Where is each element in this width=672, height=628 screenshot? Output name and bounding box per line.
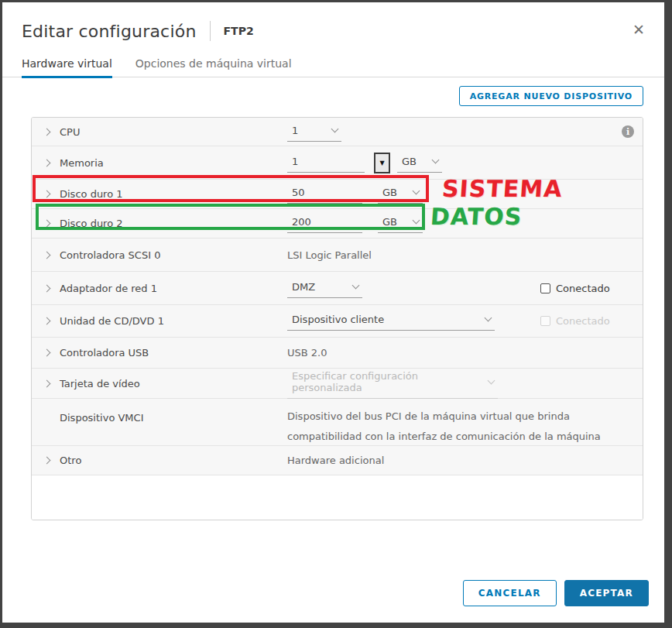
other-hardware-value: Hardware adicional — [287, 455, 384, 466]
dialog-footer: CANCELAR ACEPTAR — [463, 580, 649, 606]
cpu-count-select[interactable]: 1 — [287, 122, 341, 142]
connected-label-disabled: Conectado — [556, 315, 610, 327]
vm-name: FTP2 — [224, 25, 254, 37]
row-hard-disk-1: Disco duro 1 50 GB — [32, 180, 643, 209]
row-label: Disco duro 2 — [60, 218, 123, 229]
expand-chevron-icon[interactable] — [43, 379, 51, 387]
expand-chevron-icon[interactable] — [43, 251, 51, 259]
row-video-card: Tarjeta de vídeo Especificar configuraci… — [32, 369, 643, 399]
connected-checkbox-disabled — [540, 316, 550, 326]
row-label: Memoria — [60, 157, 104, 169]
row-label: Disco duro 1 — [60, 188, 123, 200]
row-label: CPU — [60, 126, 80, 138]
chevron-down-icon — [488, 376, 495, 384]
row-hard-disk-2: Disco duro 2 200 GB — [32, 209, 643, 239]
edit-settings-dialog: Editar configuración FTP2 ✕ Hardware vir… — [2, 2, 664, 623]
disk1-unit-select[interactable]: GB — [378, 184, 423, 204]
chevron-down-icon — [432, 156, 440, 163]
row-vmci-device: Dispositivo VMCI Dispositivo del bus PCI… — [32, 399, 643, 446]
expand-chevron-icon[interactable] — [43, 284, 51, 292]
expand-chevron-icon[interactable] — [43, 457, 51, 465]
disk1-size-input[interactable]: 50 — [287, 184, 362, 204]
connected-label: Conectado — [556, 283, 610, 294]
row-cd-dvd-drive: Unidad de CD/DVD 1 Dispositivo cliente C… — [32, 305, 643, 338]
row-label: Unidad de CD/DVD 1 — [60, 315, 164, 327]
close-icon[interactable]: ✕ — [633, 22, 645, 37]
video-config-select-disabled: Especificar configuración personalizada — [287, 368, 498, 399]
title-divider — [210, 21, 211, 41]
chevron-down-icon — [331, 125, 339, 132]
row-label: Otro — [60, 455, 81, 466]
memory-unit-select[interactable]: GB — [397, 153, 442, 173]
row-label: Tarjeta de vídeo — [60, 378, 140, 389]
dialog-header: Editar configuración FTP2 ✕ — [2, 2, 664, 41]
cd-dvd-select[interactable]: Dispositivo cliente — [287, 311, 495, 331]
tab-hardware-virtual[interactable]: Hardware virtual — [22, 57, 112, 78]
disk2-size-input[interactable]: 200 — [287, 214, 362, 233]
row-label: Adaptador de red 1 — [60, 283, 157, 294]
cancel-button[interactable]: CANCELAR — [463, 580, 557, 606]
row-label: Controladora USB — [60, 347, 149, 359]
row-network-adapter: Adaptador de red 1 DMZ Conectado — [32, 272, 643, 305]
expand-chevron-icon[interactable] — [43, 220, 51, 228]
disk2-unit-select[interactable]: GB — [378, 214, 423, 233]
expand-chevron-icon[interactable] — [43, 190, 51, 198]
expand-chevron-icon[interactable] — [43, 317, 51, 325]
tab-vm-options[interactable]: Opciones de máquina virtual — [135, 57, 292, 77]
chevron-down-icon — [413, 187, 420, 195]
row-scsi-controller: Controladora SCSI 0 LSI Logic Parallel — [32, 239, 643, 272]
add-new-device-button[interactable]: AGREGAR NUEVO DISPOSITIVO — [459, 86, 643, 106]
row-memory: Memoria 1 ▼ GB — [32, 146, 643, 180]
chevron-down-icon — [352, 281, 360, 289]
row-label: Controladora SCSI 0 — [60, 249, 160, 261]
usb-version-value: USB 2.0 — [287, 347, 327, 359]
table-empty-area — [32, 475, 643, 520]
network-select[interactable]: DMZ — [287, 279, 362, 298]
toolbar: AGREGAR NUEVO DISPOSITIVO — [2, 77, 664, 106]
row-label: Dispositivo VMCI — [60, 412, 144, 424]
memory-size-input[interactable]: 1 — [287, 153, 365, 173]
connected-checkbox[interactable] — [540, 283, 550, 293]
chevron-down-icon — [413, 217, 420, 225]
memory-stepper[interactable]: ▼ — [374, 153, 390, 173]
dialog-title: Editar configuración — [22, 22, 197, 41]
scsi-type-value: LSI Logic Parallel — [287, 249, 372, 261]
row-usb-controller: Controladora USB USB 2.0 — [32, 338, 643, 369]
accept-button[interactable]: ACEPTAR — [564, 580, 649, 606]
expand-chevron-icon[interactable] — [43, 159, 51, 166]
hardware-table: CPU 1 i Memoria 1 ▼ GB — [31, 117, 643, 520]
row-other: Otro Hardware adicional — [32, 446, 643, 475]
expand-chevron-icon[interactable] — [43, 349, 51, 357]
tab-bar: Hardware virtual Opciones de máquina vir… — [2, 57, 664, 77]
info-icon[interactable]: i — [622, 125, 634, 138]
expand-chevron-icon[interactable] — [43, 128, 51, 136]
row-cpu: CPU 1 i — [32, 118, 643, 146]
chevron-down-icon — [485, 314, 492, 322]
